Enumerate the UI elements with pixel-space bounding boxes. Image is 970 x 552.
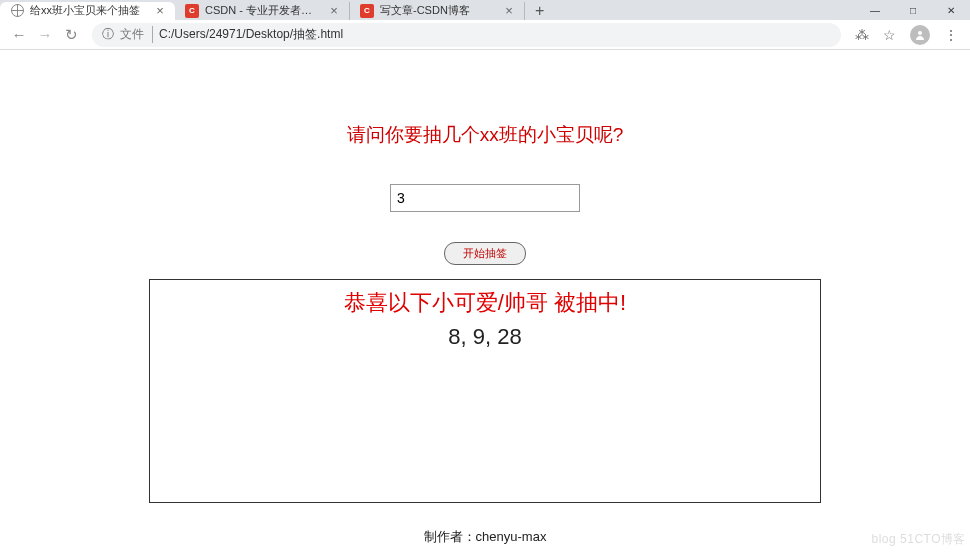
- info-icon: ⓘ: [102, 26, 114, 43]
- tab-title: 写文章-CSDN博客: [380, 3, 496, 18]
- close-icon[interactable]: ×: [502, 3, 516, 18]
- url-box[interactable]: ⓘ 文件 C:/Users/24971/Desktop/抽签.html: [92, 23, 841, 47]
- tab-2[interactable]: C CSDN - 专业开发者社区 ×: [175, 2, 350, 20]
- avatar[interactable]: [910, 25, 930, 45]
- minimize-button[interactable]: —: [856, 2, 894, 20]
- tab-1[interactable]: 给xx班小宝贝来个抽签 ×: [0, 2, 175, 20]
- forward-button[interactable]: →: [32, 22, 58, 48]
- start-button[interactable]: 开始抽签: [444, 242, 526, 265]
- page-content: 请问你要抽几个xx班的小宝贝呢? 开始抽签 恭喜以下小可爱/帅哥 被抽中! 8,…: [0, 50, 970, 503]
- prompt-heading: 请问你要抽几个xx班的小宝贝呢?: [0, 122, 970, 148]
- close-window-button[interactable]: ✕: [932, 2, 970, 20]
- globe-icon: [10, 4, 24, 18]
- tab-title: CSDN - 专业开发者社区: [205, 3, 321, 18]
- translate-icon[interactable]: ⁂: [855, 27, 869, 43]
- tab-3[interactable]: C 写文章-CSDN博客 ×: [350, 2, 525, 20]
- svg-point-0: [918, 31, 922, 35]
- result-box: 恭喜以下小可爱/帅哥 被抽中! 8, 9, 28: [149, 279, 821, 503]
- tab-title: 给xx班小宝贝来个抽签: [30, 3, 147, 18]
- address-bar: ← → ↻ ⓘ 文件 C:/Users/24971/Desktop/抽签.htm…: [0, 20, 970, 50]
- back-button[interactable]: ←: [6, 22, 32, 48]
- toolbar-right: ⁂ ☆ ⋮: [845, 25, 964, 45]
- watermark: blog 51CTO博客: [872, 531, 966, 548]
- maximize-button[interactable]: □: [894, 2, 932, 20]
- count-input[interactable]: [390, 184, 580, 212]
- csdn-icon: C: [360, 4, 374, 18]
- close-icon[interactable]: ×: [327, 3, 341, 18]
- url-file-label: 文件: [120, 26, 153, 43]
- footer: 制作者：chenyu-max: [0, 528, 970, 546]
- window-controls: — □ ✕: [856, 2, 970, 20]
- url-text: C:/Users/24971/Desktop/抽签.html: [159, 26, 343, 43]
- menu-icon[interactable]: ⋮: [944, 27, 958, 43]
- star-icon[interactable]: ☆: [883, 27, 896, 43]
- new-tab-button[interactable]: +: [525, 2, 554, 20]
- reload-button[interactable]: ↻: [58, 22, 84, 48]
- result-title: 恭喜以下小可爱/帅哥 被抽中!: [150, 288, 820, 318]
- close-icon[interactable]: ×: [153, 3, 167, 18]
- csdn-icon: C: [185, 4, 199, 18]
- browser-chrome: 给xx班小宝贝来个抽签 × C CSDN - 专业开发者社区 × C 写文章-C…: [0, 0, 970, 50]
- result-numbers: 8, 9, 28: [150, 324, 820, 350]
- tab-bar: 给xx班小宝贝来个抽签 × C CSDN - 专业开发者社区 × C 写文章-C…: [0, 0, 970, 20]
